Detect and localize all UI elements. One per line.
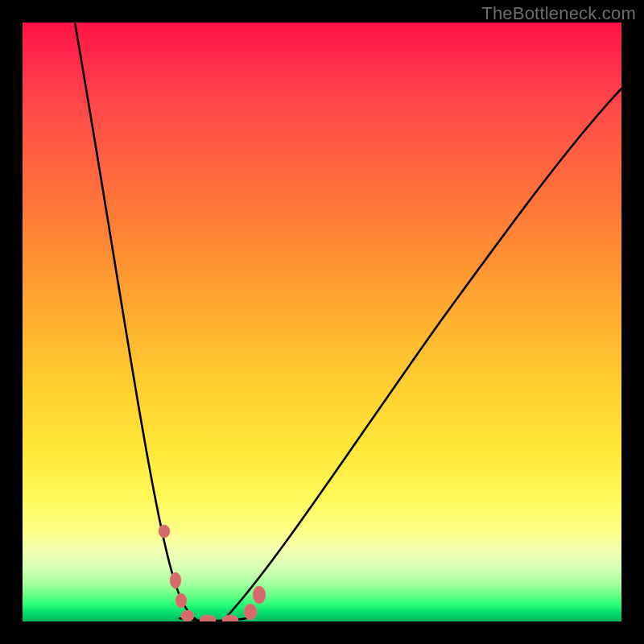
data-marker bbox=[181, 610, 194, 621]
chart-stage: TheBottleneck.com bbox=[0, 0, 644, 644]
curve-layer bbox=[23, 23, 621, 621]
watermark-text: TheBottleneck.com bbox=[481, 3, 636, 24]
data-marker bbox=[170, 572, 181, 588]
plot-area bbox=[23, 23, 621, 621]
data-marker bbox=[200, 615, 216, 621]
curve-left-branch bbox=[75, 23, 200, 621]
data-marker bbox=[159, 525, 170, 538]
data-marker bbox=[244, 604, 257, 620]
data-marker bbox=[175, 593, 187, 608]
data-marker bbox=[222, 615, 238, 621]
data-marker bbox=[253, 586, 266, 604]
curve-right-branch bbox=[222, 89, 621, 621]
